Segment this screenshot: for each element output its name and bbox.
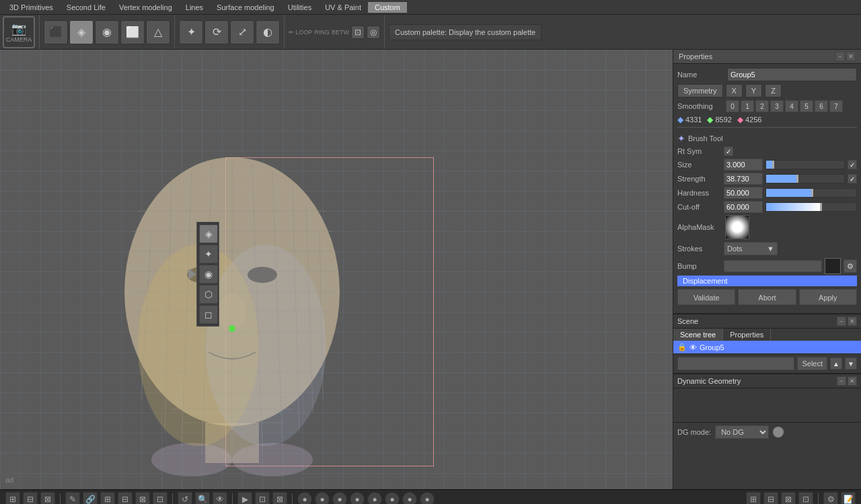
tool-symmetry-mode[interactable]: ◎: [367, 26, 380, 39]
bottom-tool-grid7[interactable]: ⊡: [153, 492, 167, 505]
size-slider[interactable]: [765, 160, 845, 169]
strength-slider[interactable]: [765, 174, 845, 183]
smooth-1[interactable]: 1: [741, 100, 754, 112]
sym-x-btn[interactable]: X: [726, 84, 743, 97]
dg-minimize-btn[interactable]: −: [837, 376, 846, 386]
scene-search-input[interactable]: [677, 357, 794, 370]
strength-lock[interactable]: ✓: [848, 174, 857, 183]
strength-input[interactable]: [724, 173, 763, 185]
tool-box[interactable]: ⬛: [44, 20, 68, 44]
float-tool-2[interactable]: ✦: [199, 245, 218, 263]
bump-extra-btn[interactable]: ⚙: [844, 259, 857, 273]
bottom-tool-sphere8[interactable]: ●: [420, 492, 435, 505]
bottom-tool-sphere3[interactable]: ●: [332, 492, 347, 505]
menu-3d-primitives[interactable]: 3D Primitives: [3, 2, 60, 13]
bottom-tool-play[interactable]: ▶: [237, 492, 252, 505]
float-tool-5[interactable]: ◻: [199, 305, 218, 324]
tool-sculpt2[interactable]: ⟳: [204, 20, 229, 44]
menu-second-life[interactable]: Second Life: [60, 2, 112, 13]
menu-lines[interactable]: Lines: [179, 2, 210, 13]
smooth-0[interactable]: 0: [726, 100, 739, 112]
smooth-7[interactable]: 7: [829, 100, 843, 112]
camera-button[interactable]: 📷 CAMERA: [3, 16, 35, 48]
bottom-tool-sphere7[interactable]: ●: [402, 492, 417, 505]
tool-sphere[interactable]: ◉: [95, 20, 119, 44]
scene-group5-item[interactable]: 🔒 👁 Group5: [673, 341, 861, 353]
sym-z-btn[interactable]: Z: [765, 84, 782, 97]
size-lock[interactable]: ✓: [848, 160, 857, 169]
displacement-bar[interactable]: Displacement: [677, 276, 857, 286]
alphamask-preview[interactable]: [725, 215, 749, 239]
scene-nav-down[interactable]: ▼: [845, 358, 857, 370]
bottom-tool-sphere6[interactable]: ●: [385, 492, 400, 505]
tool-sculpt4[interactable]: ◐: [256, 20, 280, 44]
tool-cylinder[interactable]: ⬜: [120, 20, 145, 44]
bottom-tool-grid4[interactable]: ⊞: [100, 492, 115, 505]
hardness-slider[interactable]: [765, 188, 857, 198]
bump-preview[interactable]: [825, 258, 841, 274]
bottom-tool-gear[interactable]: ⚙: [823, 492, 838, 505]
bottom-tool-zoom[interactable]: 🔍: [195, 492, 210, 505]
abort-btn[interactable]: Abort: [738, 289, 796, 305]
size-input[interactable]: [724, 159, 763, 171]
bottom-tool-settings3[interactable]: ⊠: [781, 492, 796, 505]
properties-close-btn[interactable]: ✕: [846, 52, 856, 61]
bottom-tool-link[interactable]: 🔗: [83, 492, 98, 505]
menu-uv-paint[interactable]: UV & Paint: [318, 2, 368, 13]
hardness-input[interactable]: [724, 187, 763, 199]
tool-sculpt3[interactable]: ⤢: [230, 20, 254, 44]
bottom-tool-sphere5[interactable]: ●: [367, 492, 382, 505]
bottom-tool-sphere4[interactable]: ●: [350, 492, 365, 505]
smooth-6[interactable]: 6: [815, 100, 828, 112]
apply-btn[interactable]: Apply: [799, 289, 857, 305]
bottom-tool-settings2[interactable]: ⊟: [763, 492, 778, 505]
scene-minimize-btn[interactable]: −: [837, 317, 846, 326]
bottom-tool-grid1[interactable]: ⊞: [5, 492, 20, 505]
cutoff-slider[interactable]: [765, 202, 857, 212]
bottom-tool-settings1[interactable]: ⊞: [746, 492, 761, 505]
viewport[interactable]: ◈ ✦ ◉ ⬡ ◻ ad: [0, 50, 673, 489]
bottom-tool-grid2[interactable]: ⊟: [23, 492, 38, 505]
bottom-tool-grid6[interactable]: ⊠: [135, 492, 150, 505]
bottom-tool-sphere1[interactable]: ●: [297, 492, 312, 505]
tab-scene-tree[interactable]: Scene tree: [673, 329, 723, 341]
tab-properties[interactable]: Properties: [723, 329, 771, 341]
bottom-tool-edit[interactable]: ✎: [65, 492, 80, 505]
bottom-tool-eye[interactable]: 👁: [213, 492, 227, 505]
bottom-tool-sphere2[interactable]: ●: [315, 492, 330, 505]
smooth-2[interactable]: 2: [755, 100, 769, 112]
smooth-4[interactable]: 4: [785, 100, 798, 112]
smooth-3[interactable]: 3: [770, 100, 784, 112]
bottom-tool-grid9[interactable]: ⊠: [272, 492, 287, 505]
menu-utilities[interactable]: Utilities: [281, 2, 318, 13]
float-tool-4[interactable]: ⬡: [199, 285, 218, 304]
menu-custom[interactable]: Custom: [368, 2, 407, 13]
name-input[interactable]: [727, 68, 857, 81]
cutoff-input[interactable]: [724, 201, 763, 213]
menu-surface-modeling[interactable]: Surface modeling: [210, 2, 281, 13]
tool-cone[interactable]: △: [146, 20, 170, 44]
tool-cube[interactable]: ◈: [69, 20, 93, 44]
tool-sculpt1[interactable]: ✦: [179, 20, 203, 44]
bottom-tool-rotate[interactable]: ↺: [178, 492, 192, 505]
scene-nav-up[interactable]: ▲: [830, 358, 842, 370]
bottom-tool-grid3[interactable]: ⊠: [40, 492, 55, 505]
strokes-dropdown[interactable]: Dots ▼: [724, 242, 778, 255]
scene-select-btn[interactable]: Select: [797, 357, 827, 370]
validate-btn[interactable]: Validate: [677, 289, 735, 305]
bottom-tool-grid8[interactable]: ⊡: [255, 492, 270, 505]
dg-mode-select[interactable]: No DG: [715, 425, 769, 439]
properties-minimize-btn[interactable]: −: [835, 52, 845, 61]
float-tool-1[interactable]: ◈: [199, 224, 218, 243]
rt-sym-checkbox[interactable]: ✓: [724, 146, 733, 156]
smooth-5[interactable]: 5: [800, 100, 813, 112]
bottom-tool-script[interactable]: 📝: [841, 492, 856, 505]
sym-y-btn[interactable]: Y: [745, 84, 762, 97]
bottom-tool-grid5[interactable]: ⊟: [118, 492, 133, 505]
menu-vertex-modeling[interactable]: Vertex modeling: [112, 2, 179, 13]
tool-select-mode[interactable]: ⊡: [351, 26, 365, 39]
bottom-tool-settings4[interactable]: ⊡: [798, 492, 813, 505]
symmetry-button[interactable]: Symmetry: [677, 84, 723, 97]
dg-close-btn[interactable]: ✕: [848, 376, 857, 386]
scene-close-btn[interactable]: ✕: [848, 317, 857, 326]
